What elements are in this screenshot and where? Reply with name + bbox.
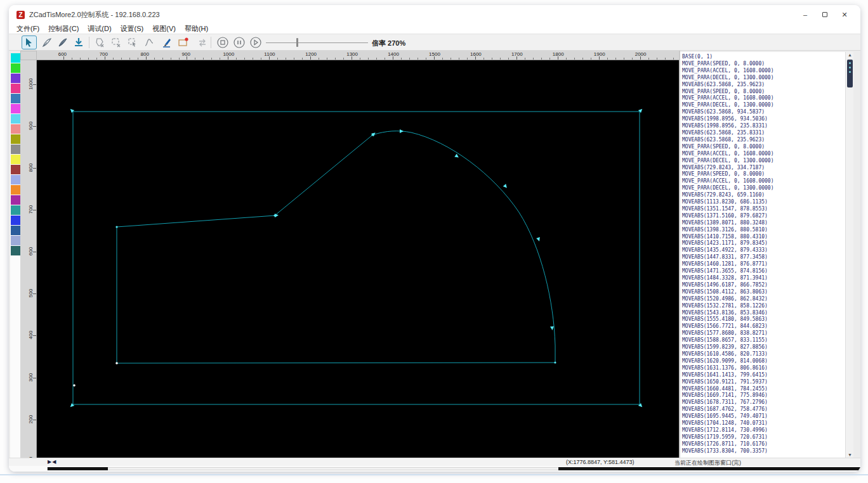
command-line-29[interactable]: MOVEABS(1435.4922, 879.4333) — [682, 247, 845, 254]
command-line-10[interactable]: MOVEABS(1998.8956, 934.5036) — [682, 116, 845, 123]
command-line-1[interactable]: BASE(0, 1) — [682, 54, 845, 61]
command-line-34[interactable]: MOVEABS(1496.6187, 866.7852) — [682, 282, 845, 289]
command-line-45[interactable]: MOVEABS(1620.9099, 814.0068) — [682, 358, 845, 365]
command-line-30[interactable]: MOVEABS(1447.8331, 877.3458) — [682, 254, 845, 261]
command-line-36[interactable]: MOVEABS(1520.4986, 862.8432) — [682, 296, 845, 303]
command-line-57[interactable]: MOVEABS(1726.8711, 710.6176) — [682, 441, 845, 448]
pick-region-button[interactable] — [125, 35, 140, 49]
command-line-6[interactable]: MOVE_PARA(SPEED, 0, 8.0000) — [682, 89, 845, 96]
command-line-12[interactable]: MOVEABS(623.5868, 235.8331) — [682, 130, 845, 137]
command-line-44[interactable]: MOVEABS(1610.4586, 820.7133) — [682, 351, 845, 358]
command-line-14[interactable]: MOVE_PARA(SPEED, 0, 8.0000) — [682, 144, 845, 151]
command-line-24[interactable]: MOVEABS(1371.5160, 879.6827) — [682, 213, 845, 220]
color-swatch-1[interactable] — [11, 53, 20, 63]
color-swatch-8[interactable] — [11, 124, 20, 134]
command-line-7[interactable]: MOVE_PARA(ACCEL, 0, 1608.0000) — [682, 95, 845, 102]
command-line-46[interactable]: MOVEABS(1631.1376, 806.8616) — [682, 365, 845, 372]
command-line-50[interactable]: MOVEABS(1669.7141, 775.8946) — [682, 392, 845, 399]
command-line-2[interactable]: MOVE_PARA(SPEED, 0, 8.0000) — [682, 61, 845, 68]
command-line-27[interactable]: MOVEABS(1410.7158, 880.4310) — [682, 234, 845, 241]
command-line-33[interactable]: MOVEABS(1484.3328, 871.3941) — [682, 275, 845, 282]
command-line-47[interactable]: MOVEABS(1641.1413, 799.6415) — [682, 372, 845, 379]
command-line-9[interactable]: MOVEABS(623.5868, 934.5837) — [682, 109, 845, 116]
command-line-32[interactable]: MOVEABS(1471.3655, 874.8156) — [682, 268, 845, 275]
command-line-52[interactable]: MOVEABS(1687.4762, 758.4776) — [682, 406, 845, 413]
hscrollbar-thumb-right[interactable] — [558, 467, 860, 470]
color-swatch-18[interactable] — [11, 226, 20, 235]
command-line-38[interactable]: MOVEABS(1543.8136, 853.8346) — [682, 310, 845, 317]
command-line-23[interactable]: MOVEABS(1351.1547, 878.8553) — [682, 206, 845, 213]
pause-button[interactable] — [232, 35, 247, 49]
command-line-13[interactable]: MOVEABS(623.5868, 235.9623) — [682, 137, 845, 144]
import-file-button[interactable] — [71, 35, 86, 49]
menu-item-5[interactable]: 视图(V) — [152, 24, 176, 34]
menu-item-3[interactable]: 调试(D) — [88, 24, 111, 34]
command-line-41[interactable]: MOVEABS(1577.8680, 838.8271) — [682, 330, 845, 337]
color-swatch-11[interactable] — [11, 155, 20, 164]
command-line-49[interactable]: MOVEABS(1660.4481, 784.2455) — [682, 386, 845, 393]
frame-tool-button[interactable] — [176, 35, 191, 49]
command-line-3[interactable]: MOVE_PARA(ACCEL, 0, 1608.0000) — [682, 68, 845, 75]
command-line-39[interactable]: MOVEABS(1555.4180, 849.5863) — [682, 316, 845, 323]
command-line-4[interactable]: MOVE_PARA(DECEL, 0, 1300.0000) — [682, 75, 845, 82]
command-line-37[interactable]: MOVEABS(1532.2781, 858.1226) — [682, 303, 845, 310]
command-line-42[interactable]: MOVEABS(1588.8657, 833.1155) — [682, 337, 845, 344]
command-line-11[interactable]: MOVEABS(1998.8956, 235.8331) — [682, 123, 845, 130]
menu-item-2[interactable]: 控制器(C) — [48, 24, 79, 34]
close-button[interactable]: ✕ — [838, 8, 852, 21]
command-line-16[interactable]: MOVE_PARA(DECEL, 0, 1300.0000) — [682, 158, 845, 165]
minimize-button[interactable]: – — [798, 8, 812, 21]
command-line-56[interactable]: MOVEABS(1719.5959, 720.6731) — [682, 434, 845, 441]
command-line-43[interactable]: MOVEABS(1599.8239, 827.8856) — [682, 344, 845, 351]
color-swatch-17[interactable] — [11, 216, 20, 225]
menu-item-4[interactable]: 设置(S) — [121, 24, 144, 34]
color-swatch-7[interactable] — [11, 114, 20, 124]
menu-item-1[interactable]: 文件(F) — [16, 24, 39, 34]
hscrollbar-thumb-left[interactable] — [48, 467, 108, 470]
pen-fill-tool-button[interactable] — [55, 35, 70, 49]
command-line-54[interactable]: MOVEABS(1704.1248, 740.0731) — [682, 420, 845, 427]
delete-shape-button[interactable] — [92, 35, 107, 49]
maximize-button[interactable] — [818, 8, 832, 21]
command-line-5[interactable]: MOVEABS(623.5868, 235.9623) — [682, 82, 845, 89]
command-line-51[interactable]: MOVEABS(1678.7311, 767.2796) — [682, 399, 845, 406]
color-swatch-14[interactable] — [11, 185, 20, 195]
command-line-22[interactable]: MOVEABS(1113.8230, 686.1135) — [682, 199, 845, 206]
color-swatch-20[interactable] — [11, 246, 20, 255]
menu-item-6[interactable]: 帮助(H) — [185, 24, 208, 34]
color-swatch-12[interactable] — [11, 165, 20, 174]
color-swatch-6[interactable] — [11, 104, 20, 113]
color-swatch-15[interactable] — [11, 195, 20, 205]
command-line-8[interactable]: MOVE_PARA(DECEL, 0, 1300.0000) — [682, 102, 845, 109]
command-line-26[interactable]: MOVEABS(1398.3126, 880.5810) — [682, 227, 845, 234]
command-line-17[interactable]: MOVEABS(729.8243, 334.7187) — [682, 165, 845, 172]
color-swatch-5[interactable] — [11, 94, 20, 103]
command-line-40[interactable]: MOVEABS(1566.7721, 844.6823) — [682, 323, 845, 330]
color-swatch-2[interactable] — [11, 63, 20, 73]
command-line-31[interactable]: MOVEABS(1460.1281, 876.8771) — [682, 261, 845, 268]
command-line-15[interactable]: MOVE_PARA(ACCEL, 0, 1608.0000) — [682, 151, 845, 158]
color-swatch-9[interactable] — [11, 134, 20, 144]
select-tool-button[interactable] — [22, 35, 37, 49]
scroll-up-icon[interactable]: ▲ — [846, 53, 854, 57]
command-line-19[interactable]: MOVE_PARA(ACCEL, 0, 1608.0000) — [682, 178, 845, 185]
command-line-58[interactable]: MOVEABS(1733.8304, 700.3357) — [682, 448, 845, 455]
color-swatch-19[interactable] — [11, 236, 20, 245]
rate-slider-track[interactable] — [266, 42, 368, 43]
pen-tool-button[interactable] — [39, 35, 55, 49]
draw-mark-button[interactable] — [159, 35, 174, 49]
stop-button[interactable] — [215, 35, 230, 49]
curve-tool-button[interactable] — [141, 35, 157, 49]
color-swatch-3[interactable] — [11, 74, 20, 83]
color-swatch-16[interactable] — [11, 205, 20, 215]
drawing-canvas[interactable] — [37, 60, 679, 458]
command-line-25[interactable]: MOVEABS(1389.8071, 880.3248) — [682, 220, 845, 227]
command-list-panel[interactable]: BASE(0, 1)MOVE_PARA(SPEED, 0, 8.0000)MOV… — [680, 52, 845, 458]
color-swatch-10[interactable] — [11, 145, 20, 154]
command-line-20[interactable]: MOVE_PARA(DECEL, 0, 1300.0000) — [682, 185, 845, 192]
play-button[interactable] — [248, 35, 263, 49]
command-line-21[interactable]: MOVEABS(729.8243, 659.1160) — [682, 192, 845, 199]
command-line-18[interactable]: MOVE_PARA(SPEED, 0, 8.0000) — [682, 171, 845, 178]
command-line-35[interactable]: MOVEABS(1508.4112, 863.8063) — [682, 289, 845, 296]
rate-slider-thumb[interactable] — [296, 38, 298, 47]
